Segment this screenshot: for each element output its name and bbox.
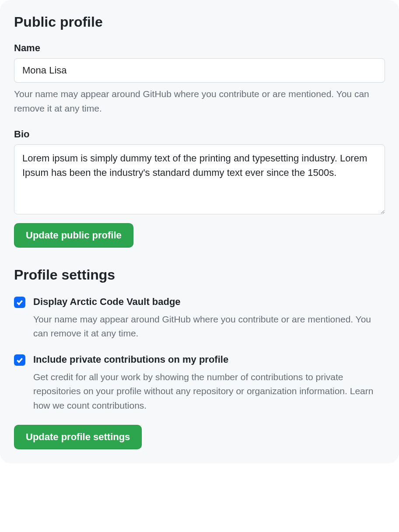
name-field-group: Name Your name may appear around GitHub … — [14, 42, 385, 116]
name-input[interactable] — [14, 58, 385, 83]
arctic-badge-label: Display Arctic Code Vault badge — [33, 295, 385, 309]
profile-settings-heading: Profile settings — [14, 267, 385, 283]
name-help-text: Your name may appear around GitHub where… — [14, 87, 385, 116]
profile-settings-card: Public profile Name Your name may appear… — [0, 0, 399, 463]
private-contributions-setting: Include private contributions on my prof… — [14, 353, 385, 413]
bio-label: Bio — [14, 129, 385, 140]
update-profile-settings-button[interactable]: Update profile settings — [14, 425, 142, 449]
update-public-profile-button[interactable]: Update public profile — [14, 223, 133, 248]
private-contributions-label: Include private contributions on my prof… — [33, 353, 385, 367]
bio-field-group: Bio — [14, 129, 385, 216]
bio-textarea[interactable] — [14, 144, 385, 214]
private-contributions-content: Include private contributions on my prof… — [33, 353, 385, 413]
private-contributions-help: Get credit for all your work by showing … — [33, 370, 385, 413]
arctic-badge-setting: Display Arctic Code Vault badge Your nam… — [14, 295, 385, 341]
private-contributions-checkbox[interactable] — [14, 354, 25, 366]
name-label: Name — [14, 42, 385, 54]
arctic-badge-checkbox[interactable] — [14, 297, 25, 308]
arctic-badge-content: Display Arctic Code Vault badge Your nam… — [33, 295, 385, 341]
check-icon — [16, 298, 24, 306]
check-icon — [16, 356, 24, 364]
arctic-badge-help: Your name may appear around GitHub where… — [33, 312, 385, 341]
public-profile-heading: Public profile — [14, 14, 385, 30]
